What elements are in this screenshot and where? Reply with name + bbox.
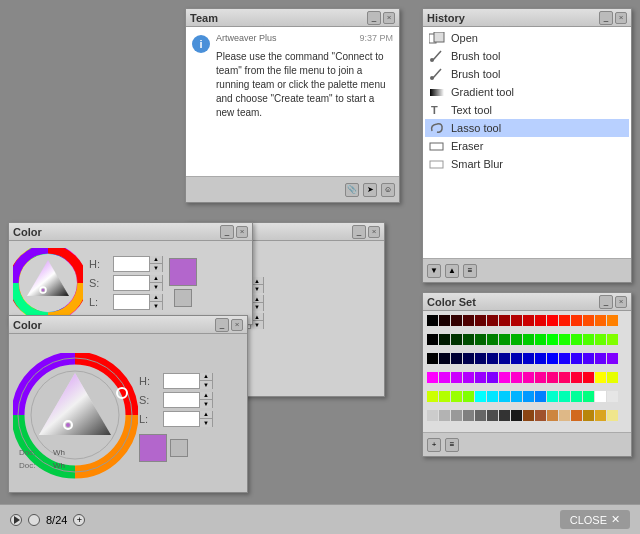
history-item[interactable]: Eraser [425,137,629,155]
color-large-minimize-btn[interactable]: _ [215,318,229,332]
color-wheel-large[interactable]: Doc: Wh Doc: Wh [13,353,133,473]
color-swatch[interactable] [595,334,606,345]
color-swatch[interactable] [535,353,546,364]
color-large-l-input[interactable]: 56 [164,413,199,425]
color-swatch[interactable] [583,334,594,345]
color-swatch[interactable] [499,372,510,383]
color-swatch[interactable] [559,315,570,326]
color-small-preview-square[interactable] [169,258,197,286]
color-large-close-btn[interactable]: × [231,319,243,331]
color-swatch[interactable] [571,391,582,402]
color-swatch[interactable] [607,334,618,345]
color-swatch[interactable] [475,315,486,326]
color-swatch[interactable] [475,410,486,421]
history-item[interactable]: Brush tool [425,65,629,83]
color-large-picker-btn[interactable] [170,439,188,457]
colorset-close-btn[interactable]: × [615,296,627,308]
color-large-preview-square[interactable] [139,434,167,462]
color-swatch[interactable] [547,334,558,345]
color-small-l-spinbox[interactable]: 56 ▲ ▼ [113,294,163,310]
color-swatch[interactable] [439,315,450,326]
color-swatch[interactable] [499,353,510,364]
color-large-h-down[interactable]: ▼ [200,381,212,389]
color-small-h-spinbox[interactable]: 291 ▲ ▼ [113,256,163,272]
history-settings-btn[interactable]: ≡ [463,264,477,278]
color-small-s-up[interactable]: ▲ [150,275,162,283]
team-close-btn[interactable]: × [383,12,395,24]
color-swatch[interactable] [463,410,474,421]
color-swatch[interactable] [463,334,474,345]
color-swatch[interactable] [511,334,522,345]
color-swatch[interactable] [451,410,462,421]
color-swatch[interactable] [499,315,510,326]
color-swatch[interactable] [451,315,462,326]
history-item[interactable]: Smart Blur [425,155,629,173]
color-swatch[interactable] [535,410,546,421]
color-large-h-spinbox[interactable]: 291 ▲ ▼ [163,373,213,389]
history-close-btn[interactable]: × [615,12,627,24]
color-swatch[interactable] [475,391,486,402]
color-swatch[interactable] [595,315,606,326]
color-swatch[interactable] [571,410,582,421]
color-swatch[interactable] [547,353,558,364]
color-small-picker-btn[interactable] [174,289,192,307]
color-small-h-down[interactable]: ▼ [150,264,162,272]
color-swatch[interactable] [427,391,438,402]
color-large-h-input[interactable]: 291 [164,375,199,387]
color-small-minimize-btn[interactable]: _ [220,225,234,239]
color-swatch[interactable] [607,410,618,421]
color-swatch[interactable] [595,410,606,421]
color-swatch[interactable] [499,410,510,421]
record-button[interactable] [28,514,40,526]
color-swatch[interactable] [547,410,558,421]
color-swatch[interactable] [511,391,522,402]
color-swatch[interactable] [511,372,522,383]
color-swatch[interactable] [427,315,438,326]
color-swatch[interactable] [523,353,534,364]
color-swatch[interactable] [547,372,558,383]
color-swatch[interactable] [547,391,558,402]
history-item[interactable]: Gradient tool [425,83,629,101]
color-swatch[interactable] [463,391,474,402]
history-new-btn[interactable]: ▲ [445,264,459,278]
color-swatch[interactable] [595,353,606,364]
color-swatch[interactable] [559,410,570,421]
color-large-s-input[interactable]: 44 [164,394,199,406]
color-swatch[interactable] [427,372,438,383]
color-swatch[interactable] [451,353,462,364]
color-swatch[interactable] [487,372,498,383]
color-swatch[interactable] [595,372,606,383]
history-item[interactable]: Brush tool [425,47,629,65]
color-swatch[interactable] [523,315,534,326]
color-small-l-up[interactable]: ▲ [150,294,162,302]
color-swatch[interactable] [583,372,594,383]
color-swatch[interactable] [511,353,522,364]
color-swatch[interactable] [595,391,606,402]
info-minimize-btn[interactable]: _ [352,225,366,239]
color-small-close-btn[interactable]: × [236,226,248,238]
color-swatch[interactable] [487,315,498,326]
color-swatch[interactable] [607,315,618,326]
color-large-s-down[interactable]: ▼ [200,400,212,408]
team-minimize-btn[interactable]: _ [367,11,381,25]
color-small-s-input[interactable]: 44 [114,277,149,289]
color-swatch[interactable] [583,353,594,364]
color-swatch[interactable] [583,315,594,326]
color-swatch[interactable] [487,353,498,364]
color-swatch[interactable] [607,372,618,383]
color-swatch[interactable] [487,334,498,345]
color-swatch[interactable] [487,410,498,421]
color-swatch[interactable] [535,391,546,402]
add-page-button[interactable]: + [73,514,85,526]
color-swatch[interactable] [571,372,582,383]
color-swatch[interactable] [463,353,474,364]
color-wheel-small[interactable] [13,248,83,318]
color-swatch[interactable] [451,372,462,383]
color-swatch[interactable] [523,410,534,421]
color-swatch[interactable] [451,391,462,402]
color-small-h-input[interactable]: 291 [114,258,149,270]
color-swatch[interactable] [439,353,450,364]
color-swatch[interactable] [535,334,546,345]
color-swatch[interactable] [427,410,438,421]
color-swatch[interactable] [559,353,570,364]
